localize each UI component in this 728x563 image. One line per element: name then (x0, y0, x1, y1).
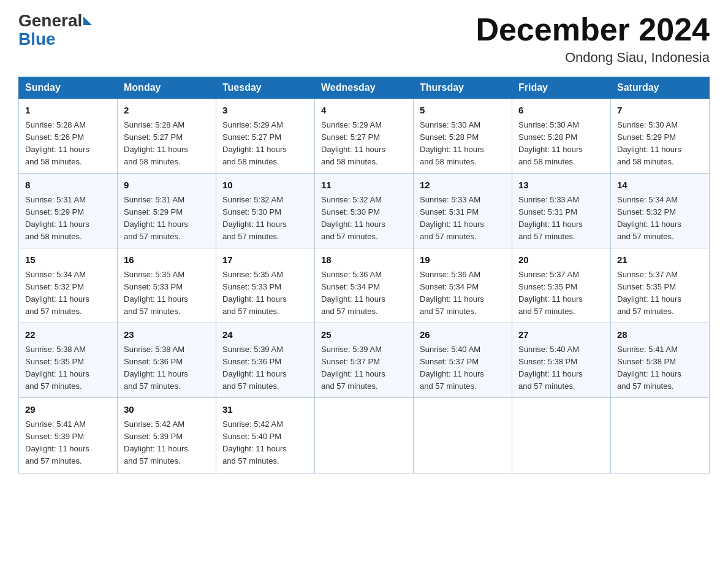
day-number: 9 (124, 178, 210, 193)
day-number: 2 (124, 104, 210, 118)
calendar-cell: 14 Sunrise: 5:34 AM Sunset: 5:32 PM Dayl… (611, 174, 710, 248)
calendar-cell: 1 Sunrise: 5:28 AM Sunset: 5:26 PM Dayli… (19, 99, 118, 174)
col-thursday: Thursday (414, 77, 512, 99)
day-number: 29 (25, 403, 111, 417)
calendar-cell: 26 Sunrise: 5:40 AM Sunset: 5:37 PM Dayl… (414, 323, 512, 398)
calendar-cell: 23 Sunrise: 5:38 AM Sunset: 5:36 PM Dayl… (118, 323, 216, 398)
logo-triangle-icon (83, 17, 92, 25)
day-info: Sunrise: 5:28 AM Sunset: 5:26 PM Dayligh… (25, 119, 111, 169)
day-number: 10 (222, 178, 308, 193)
calendar-cell: 8 Sunrise: 5:31 AM Sunset: 5:29 PM Dayli… (19, 174, 118, 248)
day-info: Sunrise: 5:39 AM Sunset: 5:36 PM Dayligh… (222, 343, 308, 393)
day-info: Sunrise: 5:42 AM Sunset: 5:40 PM Dayligh… (222, 418, 308, 468)
day-number: 23 (124, 328, 210, 342)
calendar-cell (414, 398, 512, 473)
calendar-week-row: 1 Sunrise: 5:28 AM Sunset: 5:26 PM Dayli… (19, 99, 710, 174)
day-number: 8 (25, 178, 111, 193)
day-number: 4 (321, 104, 407, 118)
day-info: Sunrise: 5:30 AM Sunset: 5:28 PM Dayligh… (518, 119, 604, 169)
day-info: Sunrise: 5:31 AM Sunset: 5:29 PM Dayligh… (25, 194, 111, 243)
day-number: 16 (124, 253, 210, 267)
calendar-table: Sunday Monday Tuesday Wednesday Thursday… (18, 77, 710, 473)
day-number: 7 (617, 104, 703, 118)
calendar-cell: 11 Sunrise: 5:32 AM Sunset: 5:30 PM Dayl… (315, 174, 414, 248)
calendar-cell: 10 Sunrise: 5:32 AM Sunset: 5:30 PM Dayl… (216, 174, 315, 248)
calendar-cell: 3 Sunrise: 5:29 AM Sunset: 5:27 PM Dayli… (216, 99, 315, 174)
day-info: Sunrise: 5:33 AM Sunset: 5:31 PM Dayligh… (420, 194, 506, 243)
col-friday: Friday (512, 77, 611, 99)
calendar-cell: 20 Sunrise: 5:37 AM Sunset: 5:35 PM Dayl… (512, 248, 611, 323)
day-number: 18 (321, 253, 407, 267)
day-info: Sunrise: 5:31 AM Sunset: 5:29 PM Dayligh… (124, 194, 210, 243)
day-number: 21 (617, 253, 703, 267)
calendar-cell: 5 Sunrise: 5:30 AM Sunset: 5:28 PM Dayli… (414, 99, 512, 174)
day-info: Sunrise: 5:36 AM Sunset: 5:34 PM Dayligh… (420, 269, 506, 318)
calendar-cell: 17 Sunrise: 5:35 AM Sunset: 5:33 PM Dayl… (216, 248, 315, 323)
day-info: Sunrise: 5:29 AM Sunset: 5:27 PM Dayligh… (321, 119, 407, 169)
day-number: 3 (222, 104, 308, 118)
location-label: Ondong Siau, Indonesia (476, 50, 710, 66)
calendar-cell: 29 Sunrise: 5:41 AM Sunset: 5:39 PM Dayl… (19, 398, 118, 473)
day-number: 6 (518, 104, 604, 118)
col-wednesday: Wednesday (315, 77, 414, 99)
day-info: Sunrise: 5:37 AM Sunset: 5:35 PM Dayligh… (617, 269, 703, 318)
day-info: Sunrise: 5:40 AM Sunset: 5:37 PM Dayligh… (420, 343, 506, 393)
calendar-cell: 24 Sunrise: 5:39 AM Sunset: 5:36 PM Dayl… (216, 323, 315, 398)
day-number: 22 (25, 328, 111, 342)
day-number: 1 (25, 104, 111, 118)
day-info: Sunrise: 5:38 AM Sunset: 5:35 PM Dayligh… (25, 343, 111, 393)
day-number: 5 (420, 104, 506, 118)
day-info: Sunrise: 5:37 AM Sunset: 5:35 PM Dayligh… (518, 269, 604, 318)
day-info: Sunrise: 5:35 AM Sunset: 5:33 PM Dayligh… (222, 269, 308, 318)
calendar-cell: 22 Sunrise: 5:38 AM Sunset: 5:35 PM Dayl… (19, 323, 118, 398)
day-info: Sunrise: 5:38 AM Sunset: 5:36 PM Dayligh… (124, 343, 210, 393)
day-number: 27 (518, 328, 604, 342)
day-number: 31 (222, 403, 308, 417)
calendar-cell (512, 398, 611, 473)
calendar-cell: 19 Sunrise: 5:36 AM Sunset: 5:34 PM Dayl… (414, 248, 512, 323)
calendar-cell: 9 Sunrise: 5:31 AM Sunset: 5:29 PM Dayli… (118, 174, 216, 248)
logo: General Blue (18, 12, 93, 49)
header-row: Sunday Monday Tuesday Wednesday Thursday… (19, 77, 710, 99)
day-number: 24 (222, 328, 308, 342)
calendar-week-row: 15 Sunrise: 5:34 AM Sunset: 5:32 PM Dayl… (19, 248, 710, 323)
calendar-cell: 21 Sunrise: 5:37 AM Sunset: 5:35 PM Dayl… (611, 248, 710, 323)
day-info: Sunrise: 5:36 AM Sunset: 5:34 PM Dayligh… (321, 269, 407, 318)
calendar-cell: 31 Sunrise: 5:42 AM Sunset: 5:40 PM Dayl… (216, 398, 315, 473)
calendar-cell: 28 Sunrise: 5:41 AM Sunset: 5:38 PM Dayl… (611, 323, 710, 398)
calendar-cell: 4 Sunrise: 5:29 AM Sunset: 5:27 PM Dayli… (315, 99, 414, 174)
day-info: Sunrise: 5:30 AM Sunset: 5:28 PM Dayligh… (420, 119, 506, 169)
day-info: Sunrise: 5:41 AM Sunset: 5:38 PM Dayligh… (617, 343, 703, 393)
day-info: Sunrise: 5:30 AM Sunset: 5:29 PM Dayligh… (617, 119, 703, 169)
calendar-cell: 2 Sunrise: 5:28 AM Sunset: 5:27 PM Dayli… (118, 99, 216, 174)
logo-blue-text: Blue (18, 29, 56, 48)
logo-general-text: General (18, 12, 82, 29)
day-number: 20 (518, 253, 604, 267)
day-info: Sunrise: 5:32 AM Sunset: 5:30 PM Dayligh… (222, 194, 308, 243)
calendar-cell: 30 Sunrise: 5:42 AM Sunset: 5:39 PM Dayl… (118, 398, 216, 473)
day-number: 28 (617, 328, 703, 342)
day-number: 19 (420, 253, 506, 267)
calendar-cell: 7 Sunrise: 5:30 AM Sunset: 5:29 PM Dayli… (611, 99, 710, 174)
day-info: Sunrise: 5:35 AM Sunset: 5:33 PM Dayligh… (124, 269, 210, 318)
day-number: 12 (420, 178, 506, 193)
day-number: 15 (25, 253, 111, 267)
day-number: 13 (518, 178, 604, 193)
day-info: Sunrise: 5:28 AM Sunset: 5:27 PM Dayligh… (124, 119, 210, 169)
calendar-cell: 25 Sunrise: 5:39 AM Sunset: 5:37 PM Dayl… (315, 323, 414, 398)
calendar-week-row: 29 Sunrise: 5:41 AM Sunset: 5:39 PM Dayl… (19, 398, 710, 473)
day-info: Sunrise: 5:41 AM Sunset: 5:39 PM Dayligh… (25, 418, 111, 468)
day-number: 26 (420, 328, 506, 342)
page-header: General Blue December 2024 Ondong Siau, … (18, 12, 710, 66)
calendar-cell: 13 Sunrise: 5:33 AM Sunset: 5:31 PM Dayl… (512, 174, 611, 248)
day-info: Sunrise: 5:32 AM Sunset: 5:30 PM Dayligh… (321, 194, 407, 243)
day-number: 25 (321, 328, 407, 342)
calendar-cell: 12 Sunrise: 5:33 AM Sunset: 5:31 PM Dayl… (414, 174, 512, 248)
month-title: December 2024 (476, 12, 710, 47)
day-info: Sunrise: 5:40 AM Sunset: 5:38 PM Dayligh… (518, 343, 604, 393)
day-number: 14 (617, 178, 703, 193)
col-monday: Monday (118, 77, 216, 99)
day-number: 17 (222, 253, 308, 267)
day-info: Sunrise: 5:34 AM Sunset: 5:32 PM Dayligh… (617, 194, 703, 243)
calendar-week-row: 8 Sunrise: 5:31 AM Sunset: 5:29 PM Dayli… (19, 174, 710, 248)
